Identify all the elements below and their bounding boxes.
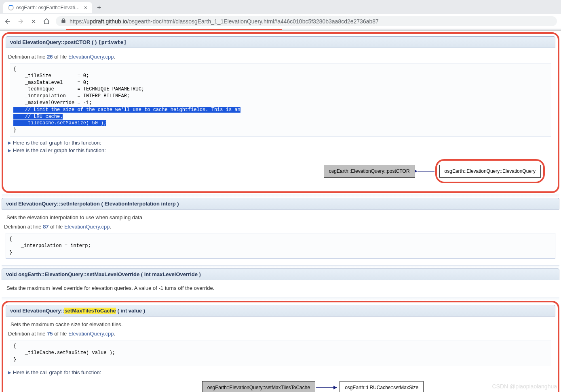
file-link[interactable]: ElevationQuery.cpp (68, 54, 114, 60)
definition-line: Definition at line 75 of file ElevationQ… (8, 331, 553, 337)
func-title-setmaxleveloverride: void osgEarth::ElevationQuery::setMaxLev… (2, 268, 559, 280)
url-text: https://updraft.github.io/osgearth-doc/h… (70, 18, 379, 25)
func-sig: void ElevationQuery::postCTOR ( ) (10, 39, 98, 45)
annotation-circle-caller: osgEarth::ElevationQuery::ElevationQuery (435, 159, 545, 183)
file-link[interactable]: ElevationQuery.cpp (68, 331, 114, 337)
tab-title: osgEarth: osgEarth::ElevationQ (16, 5, 82, 10)
func-doc-setmaxleveloverride: Sets the maximum level override for elev… (2, 280, 559, 298)
graph-node-lrucache[interactable]: osgEarth::LRUCache::setMaxSize (340, 381, 424, 392)
chevron-right-icon: ▶ (8, 148, 11, 153)
loading-spinner-icon (8, 5, 14, 10)
new-tab-button[interactable]: + (97, 4, 101, 12)
func-desc: Sets the maximum level override for elev… (4, 285, 557, 291)
func-title-setinterpolation: void ElevationQuery::setInterpolation ( … (2, 198, 559, 210)
private-tag: [private] (98, 39, 127, 45)
call-graph-toggle[interactable]: ▶Here is the call graph for this functio… (8, 140, 553, 146)
page-content: void ElevationQuery::postCTOR ( ) [priva… (0, 31, 561, 392)
graph-node-setmaxtiles[interactable]: osgEarth::ElevationQuery::setMaxTilesToC… (202, 381, 315, 392)
func-desc: Sets the elevation interpolation to use … (4, 214, 557, 220)
func-title-postctor: void ElevationQuery::postCTOR ( ) [priva… (6, 36, 555, 48)
arrow-left-icon (415, 167, 435, 175)
home-button[interactable] (43, 18, 50, 25)
annotation-box-postctor: void ElevationQuery::postCTOR ( ) [priva… (2, 32, 559, 193)
line-link[interactable]: 26 (47, 54, 53, 60)
graph-node-postctor[interactable]: osgEarth::ElevationQuery::postCTOR (324, 165, 415, 178)
nav-bar: https://updraft.github.io/osgearth-doc/h… (0, 14, 561, 29)
code-block-setmaxtiles: { _tileCache.setMaxSize( value ); } (10, 340, 551, 366)
func-doc-setmaxtiles: Sets the maximum cache size for elevatio… (6, 317, 555, 392)
caller-graph: osgEarth::ElevationQuery::postCTOR osgEa… (8, 155, 553, 186)
definition-line: Definition at line 26 of file ElevationQ… (8, 54, 553, 60)
caller-graph-toggle[interactable]: ▶Here is the caller graph for this funct… (8, 147, 553, 153)
forward-button[interactable] (17, 18, 24, 25)
back-button[interactable] (4, 18, 11, 25)
highlighted-method-name: setMaxTilesToCache (64, 308, 116, 314)
line-link[interactable]: 75 (47, 331, 53, 337)
func-doc-postctor: Definition at line 26 of file ElevationQ… (6, 48, 555, 189)
lock-icon (61, 18, 66, 25)
tab-bar: osgEarth: osgEarth::ElevationQ × + (0, 0, 561, 14)
chevron-right-icon: ▶ (8, 370, 11, 375)
arrow-right-icon (315, 384, 340, 392)
annotation-box-setmaxtiles: void ElevationQuery::setMaxTilesToCache … (2, 301, 559, 392)
selected-code: // Limit the size of the cache we'll use… (13, 107, 240, 126)
code-block-setinterpolation: { _interpolation = interp; } (6, 233, 555, 259)
divider (2, 265, 559, 268)
browser-chrome: osgEarth: osgEarth::ElevationQ × + https… (0, 0, 561, 31)
func-title-setmaxtiles: void ElevationQuery::setMaxTilesToCache … (6, 305, 555, 317)
close-tab-icon[interactable]: × (84, 4, 87, 11)
browser-tab[interactable]: osgEarth: osgEarth::ElevationQ × (3, 2, 92, 13)
code-block-postctor: { _tileSize = 0; _maxDataLevel = 0; _tec… (10, 63, 551, 136)
call-graph-toggle[interactable]: ▶Here is the call graph for this functio… (8, 369, 553, 375)
func-doc-setinterpolation: Sets the elevation interpolation to use … (2, 210, 559, 265)
red-underline-annotation (66, 29, 282, 30)
line-link[interactable]: 87 (43, 224, 49, 230)
call-graph: osgEarth::ElevationQuery::setMaxTilesToC… (8, 377, 561, 392)
divider (2, 298, 559, 301)
graph-node-elevationquery[interactable]: osgEarth::ElevationQuery::ElevationQuery (439, 165, 541, 178)
chevron-right-icon: ▶ (8, 140, 11, 145)
url-bar[interactable]: https://updraft.github.io/osgearth-doc/h… (56, 16, 557, 26)
divider (2, 195, 559, 198)
file-link[interactable]: ElevationQuery.cpp (64, 224, 110, 230)
stop-button[interactable] (30, 18, 37, 25)
func-desc: Sets the maximum cache size for elevatio… (8, 321, 553, 327)
definition-line: Definition at line 87 of file ElevationQ… (4, 224, 557, 230)
